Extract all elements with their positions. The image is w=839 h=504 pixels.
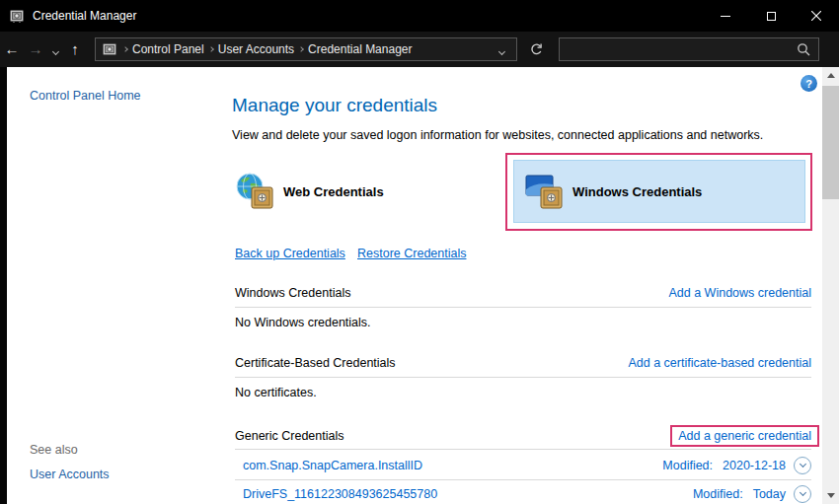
section-generic-credentials-header: Generic Credentials Add a generic creden… (235, 425, 811, 447)
credential-manager-app-icon (9, 8, 25, 24)
back-button[interactable]: ← (0, 36, 24, 63)
windows-credentials-tile[interactable]: Windows Credentials (513, 160, 805, 223)
left-edge-strip (0, 67, 7, 504)
help-icon: ? (805, 78, 812, 90)
address-location-icon (102, 41, 117, 57)
breadcrumb-control-panel[interactable]: Control Panel (127, 42, 209, 56)
divider (235, 307, 811, 308)
credential-row-meta: Modified: Today (693, 485, 811, 503)
modified-label: Modified: (662, 459, 713, 472)
web-credentials-icon (235, 172, 274, 211)
help-button[interactable]: ? (801, 75, 817, 92)
navigation-bar: ← → ↑ Control Panel User Accounts Creden… (0, 32, 839, 67)
section-heading: Certificate-Based Credentials (235, 356, 396, 370)
sidebar-item-user-accounts[interactable]: User Accounts (30, 468, 110, 481)
modified-label: Modified: (693, 487, 743, 501)
back-icon: ← (5, 40, 20, 57)
refresh-button[interactable] (523, 36, 549, 62)
credential-row: com.Snap.SnapCamera.InstallID Modified: … (235, 454, 811, 477)
windows-credentials-icon (524, 172, 564, 211)
search-input[interactable] (560, 42, 797, 56)
restore-credentials-link[interactable]: Restore Credentials (357, 247, 466, 260)
divider (235, 377, 811, 378)
scroll-up-icon (827, 73, 835, 78)
section-heading: Generic Credentials (235, 429, 343, 443)
sidebar-item-control-panel-home[interactable]: Control Panel Home (30, 89, 141, 103)
forward-button[interactable]: → (24, 36, 47, 63)
expand-credential-button[interactable] (794, 485, 811, 503)
up-button[interactable]: ↑ (63, 36, 87, 63)
web-credentials-label: Web Credentials (283, 184, 384, 199)
web-credentials-tile[interactable]: Web Credentials (235, 160, 384, 223)
add-windows-credential-link[interactable]: Add a Windows credential (668, 286, 811, 300)
credential-row: DriveFS_116122308493625455780 Modified: … (235, 482, 811, 504)
add-generic-credential-link[interactable]: Add a generic credential (678, 429, 811, 443)
history-dropdown-button[interactable] (47, 36, 63, 63)
minimize-icon (721, 16, 730, 17)
section-certificate-credentials-header: Certificate-Based Credentials Add a cert… (235, 356, 811, 370)
scroll-down-icon (827, 493, 835, 498)
credential-row-meta: Modified: 2020-12-18 (662, 457, 811, 474)
vertical-scrollbar[interactable] (822, 67, 839, 504)
credential-manager-window: Credential Manager ← → ↑ Control Panel (0, 0, 839, 504)
divider (235, 479, 811, 480)
windows-credentials-label: Windows Credentials (572, 184, 702, 199)
no-certificates-text: No certificates. (235, 386, 317, 399)
minimize-button[interactable] (703, 0, 748, 32)
credential-name-link[interactable]: com.Snap.SnapCamera.InstallID (243, 459, 422, 472)
up-icon: ↑ (71, 40, 79, 57)
page-title: Manage your credentials (232, 95, 437, 116)
modified-value: 2020-12-18 (723, 459, 786, 472)
expand-credential-button[interactable] (794, 457, 811, 474)
chevron-down-icon (51, 47, 58, 54)
divider (235, 449, 811, 450)
maximize-icon (767, 12, 776, 21)
no-windows-credentials-text: No Windows credentials. (235, 316, 371, 329)
modified-value: Today (753, 487, 786, 501)
search-icon[interactable] (797, 42, 810, 56)
close-icon (811, 11, 821, 21)
scrollbar-up-button[interactable] (822, 67, 839, 84)
address-dropdown-button[interactable] (493, 38, 510, 60)
address-bar[interactable]: Control Panel User Accounts Credential M… (95, 37, 517, 61)
refresh-icon (529, 42, 544, 57)
close-button[interactable] (794, 0, 839, 32)
search-box (559, 37, 819, 61)
scrollbar-down-button[interactable] (822, 487, 839, 504)
section-windows-credentials-header: Windows Credentials Add a Windows creden… (235, 286, 811, 300)
window-controls (703, 0, 839, 32)
chevron-down-icon (497, 47, 504, 54)
annotation-box-add-generic-credential: Add a generic credential (670, 425, 819, 447)
breadcrumb-credential-manager[interactable]: Credential Manager (303, 42, 417, 56)
credential-name-link[interactable]: DriveFS_116122308493625455780 (243, 487, 437, 501)
add-certificate-credential-link[interactable]: Add a certificate-based credential (628, 356, 811, 370)
titlebar: Credential Manager (0, 0, 839, 32)
scrollbar-thumb[interactable] (822, 86, 839, 199)
breadcrumb-user-accounts[interactable]: User Accounts (213, 42, 299, 56)
see-also-label: See also (30, 443, 78, 457)
page-subtitle: View and delete your saved logon informa… (232, 128, 763, 142)
content-area: ? Control Panel Home See also User Accou… (0, 67, 839, 504)
maximize-button[interactable] (748, 0, 794, 32)
backup-credentials-link[interactable]: Back up Credentials (235, 247, 345, 260)
chevron-down-icon (799, 461, 805, 468)
forward-icon: → (29, 40, 43, 57)
section-heading: Windows Credentials (235, 286, 350, 300)
chevron-down-icon (799, 489, 805, 496)
window-title: Credential Manager (33, 9, 136, 23)
